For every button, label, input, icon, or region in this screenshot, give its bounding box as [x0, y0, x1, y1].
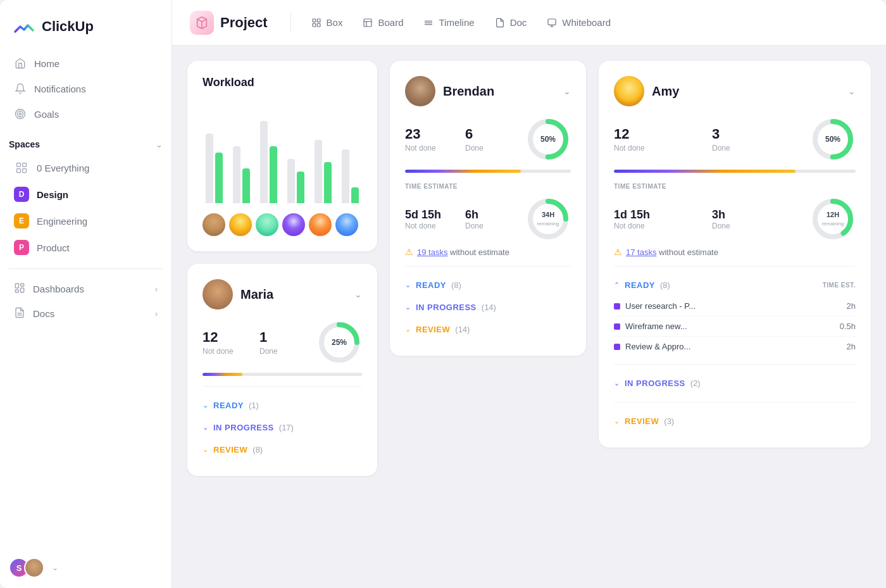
maria-percent-label: 25%	[332, 338, 347, 347]
sidebar-item-notifications[interactable]: Notifications	[5, 76, 166, 101]
amy-divider-2	[614, 364, 856, 365]
svg-rect-10	[15, 290, 18, 292]
brendan-review-left: ⌄ REVIEW (14)	[405, 325, 470, 334]
maria-divider-1	[203, 386, 362, 387]
amy-status-review[interactable]: ⌄ REVIEW (3)	[614, 410, 856, 432]
workload-avatar-4	[282, 213, 305, 236]
svg-rect-8	[21, 284, 24, 286]
user-avatars: S	[9, 558, 44, 578]
amy-ready-chevron-icon: ⌃	[614, 281, 620, 289]
header-divider	[290, 13, 291, 33]
amy-status-ready[interactable]: ⌃ READY (8) TIME EST.	[614, 274, 856, 296]
svg-rect-3	[17, 163, 21, 167]
workload-avatar-2	[229, 213, 252, 236]
sidebar-item-docs[interactable]: Docs ›	[5, 301, 166, 326]
avatar-user	[24, 558, 44, 578]
brendan-collapse-button[interactable]: ⌄	[563, 86, 571, 96]
tab-doc[interactable]: Doc	[485, 12, 537, 33]
brendan-status-inprogress[interactable]: ⌄ IN PROGRESS (14)	[405, 296, 571, 318]
brendan-review-count: (14)	[455, 325, 470, 334]
brendan-warning-link[interactable]: 19 tasks	[417, 247, 447, 257]
tab-doc-label: Doc	[510, 17, 527, 28]
maria-stats-row: 12 Not done 1 Done 25%	[203, 320, 362, 365]
brendan-name: Brendan	[443, 84, 494, 99]
brendan-time-not-done-val: 5d 15h	[405, 208, 465, 222]
bar-group-1	[203, 102, 226, 203]
brendan-remaining-label: 34H remaining	[537, 211, 559, 227]
amy-time-done: 3h Done	[712, 208, 810, 230]
amy-collapse-button[interactable]: ⌄	[848, 86, 856, 96]
brendan-percent-label: 50%	[540, 135, 556, 144]
sidebar-item-dashboards[interactable]: Dashboards ›	[5, 277, 166, 301]
amy-time-not-done-label: Not done	[614, 222, 712, 230]
box-3d-icon	[195, 16, 209, 30]
brendan-time-done-val: 6h	[465, 208, 525, 222]
tab-timeline[interactable]: Timeline	[413, 12, 484, 33]
brendan-person-info: Brendan	[405, 76, 494, 106]
spaces-chevron[interactable]: ⌄	[156, 140, 163, 149]
brendan-inprogress-left: ⌄ IN PROGRESS (14)	[405, 303, 496, 312]
bar-green-1	[215, 153, 223, 203]
brendan-card-header: Brendan ⌄	[405, 76, 571, 106]
maria-status-review[interactable]: ⌄ REVIEW (8)	[203, 439, 362, 461]
tab-timeline-label: Timeline	[439, 17, 474, 28]
maria-status-ready[interactable]: ⌄ READY (1)	[203, 394, 362, 416]
footer-chevron[interactable]: ⌄	[52, 563, 58, 572]
sidebar-item-design[interactable]: D Design	[5, 181, 166, 208]
header-nav: Box Board Timeline Doc	[301, 12, 621, 33]
bar-gray-1	[206, 134, 213, 203]
svg-rect-23	[548, 19, 556, 25]
header: Project Box Board Timeline	[172, 0, 886, 46]
brendan-donut: 50%	[525, 116, 571, 162]
task-name-3: Review & Appro...	[625, 342, 842, 351]
svg-rect-13	[313, 19, 316, 22]
maria-progress-fill	[203, 373, 242, 376]
amy-name: Amy	[652, 84, 679, 99]
sidebar-item-everything[interactable]: 0 Everything	[5, 154, 166, 181]
design-label: Design	[37, 189, 68, 200]
svg-rect-16	[317, 23, 320, 27]
amy-warning-link[interactable]: 17 tasks	[626, 247, 656, 257]
sidebar-goals-label: Goals	[34, 109, 59, 120]
bar-gray-4	[287, 159, 295, 203]
right-column: Amy ⌄ 12 Not done 3 Done	[599, 61, 871, 573]
maria-inprogress-left: ⌄ IN PROGRESS (17)	[203, 423, 294, 432]
maria-not-done-num: 12	[203, 329, 259, 346]
brendan-time-not-done: 5d 15h Not done	[405, 208, 465, 230]
workload-avatar-1	[203, 213, 225, 236]
project-section: Project	[190, 11, 268, 35]
amy-remaining-donut: 12H remaining	[810, 196, 856, 242]
bar-green-5	[324, 162, 332, 203]
amy-status-inprogress[interactable]: ⌄ IN PROGRESS (2)	[614, 372, 856, 394]
amy-progress-fill	[614, 170, 796, 173]
svg-rect-14	[317, 19, 320, 22]
sidebar-item-goals[interactable]: Goals	[5, 101, 166, 127]
bar-group-5	[311, 102, 335, 203]
sidebar-footer: S ⌄	[0, 547, 172, 588]
amy-inprogress-chevron: ⌄	[614, 379, 620, 387]
spaces-header: Spaces ⌄	[9, 139, 163, 149]
brendan-status-review[interactable]: ⌄ REVIEW (14)	[405, 318, 571, 341]
logo-text: ClickUp	[42, 18, 94, 35]
design-badge: D	[14, 187, 29, 202]
amy-time-estimate-label: TIME ESTIMATE	[614, 183, 856, 190]
brendan-status-ready[interactable]: ⌄ READY (8)	[405, 274, 571, 296]
svg-rect-5	[17, 169, 21, 173]
maria-inprogress-text: IN PROGRESS	[213, 423, 274, 432]
maria-progress-bar	[203, 373, 362, 376]
sidebar-item-home[interactable]: Home	[5, 51, 166, 76]
maria-done-num: 1	[259, 329, 316, 346]
tab-box[interactable]: Box	[301, 12, 353, 33]
tab-board[interactable]: Board	[353, 12, 413, 33]
amy-ready-text: READY	[625, 280, 655, 290]
left-column: Workload	[187, 61, 377, 573]
maria-status-inprogress[interactable]: ⌄ IN PROGRESS (17)	[203, 416, 362, 439]
svg-rect-4	[23, 163, 27, 167]
amy-ready-left: ⌃ READY (8)	[614, 280, 670, 290]
tab-whiteboard[interactable]: Whiteboard	[537, 12, 621, 33]
sidebar-item-product[interactable]: P Product	[5, 234, 166, 261]
task-name-1: User research - P...	[625, 301, 842, 311]
sidebar-item-engineering[interactable]: E Engineering	[5, 208, 166, 234]
maria-collapse-button[interactable]: ⌄	[354, 289, 362, 299]
amy-time-not-done: 1d 15h Not done	[614, 208, 712, 230]
